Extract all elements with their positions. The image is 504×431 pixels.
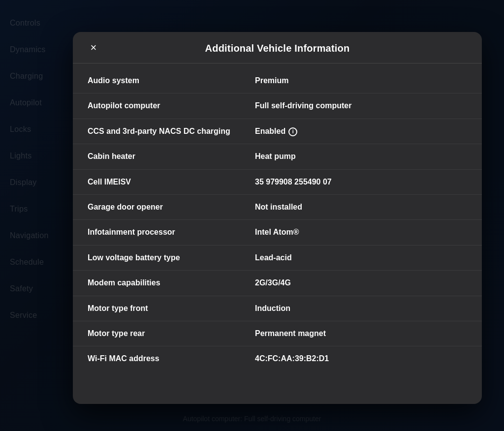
dialog-header: × Additional Vehicle Information <box>73 32 482 63</box>
info-row-label: Low voltage battery type <box>88 252 255 263</box>
info-row: Modem capabilities2G/3G/4G <box>73 271 482 296</box>
info-icon[interactable]: i <box>288 127 297 136</box>
info-row: Infotainment processorIntel Atom® <box>73 220 482 245</box>
info-row-label: Wi-Fi MAC address <box>88 353 255 364</box>
info-row: Wi-Fi MAC address4C:FC:AA:39:B2:D1 <box>73 346 482 371</box>
info-row-value: 4C:FC:AA:39:B2:D1 <box>255 353 467 364</box>
info-row: Cell IMEISV35 979908 255490 07 <box>73 170 482 195</box>
info-row-value: Induction <box>255 303 467 314</box>
info-row: Garage door openerNot installed <box>73 195 482 220</box>
info-row: Motor type frontInduction <box>73 296 482 321</box>
info-row-label: Motor type front <box>88 303 255 314</box>
info-row-value: Not installed <box>255 202 467 213</box>
info-row-value: Premium <box>255 75 467 86</box>
info-row: Cabin heaterHeat pump <box>73 144 482 169</box>
info-row: Motor type rearPermanent magnet <box>73 321 482 346</box>
dialog-title: Additional Vehicle Information <box>205 43 350 54</box>
info-row-value: Intel Atom® <box>255 227 467 238</box>
info-row-value: 2G/3G/4G <box>255 277 467 288</box>
info-row-value: 35 979908 255490 07 <box>255 177 467 187</box>
info-row-value: Heat pump <box>255 151 467 162</box>
info-row-value: Lead-acid <box>255 252 467 263</box>
info-row-label: Modem capabilities <box>88 277 255 288</box>
info-row-value: Enabledi <box>255 126 467 137</box>
info-row: Audio systemPremium <box>73 68 482 93</box>
close-button[interactable]: × <box>85 39 102 57</box>
info-row: CCS and 3rd-party NACS DC chargingEnable… <box>73 119 482 144</box>
dialog-body: Audio systemPremiumAutopilot computerFul… <box>73 63 482 404</box>
info-row-value: Permanent magnet <box>255 328 467 339</box>
info-row-value: Full self-driving computer <box>255 100 467 111</box>
info-row: Autopilot computerFull self-driving comp… <box>73 93 482 119</box>
info-row-label: Cabin heater <box>88 151 255 162</box>
info-row-label: Cell IMEISV <box>88 177 255 187</box>
info-row-label: Audio system <box>88 75 255 86</box>
info-row-label: Garage door opener <box>88 202 255 213</box>
info-row-label: Motor type rear <box>88 328 255 339</box>
info-row-label: Autopilot computer <box>88 100 255 111</box>
info-row: Low voltage battery typeLead-acid <box>73 246 482 271</box>
info-row-label: Infotainment processor <box>88 227 255 238</box>
info-row-label: CCS and 3rd-party NACS DC charging <box>88 126 255 137</box>
vehicle-info-dialog: × Additional Vehicle Information Audio s… <box>73 32 482 404</box>
